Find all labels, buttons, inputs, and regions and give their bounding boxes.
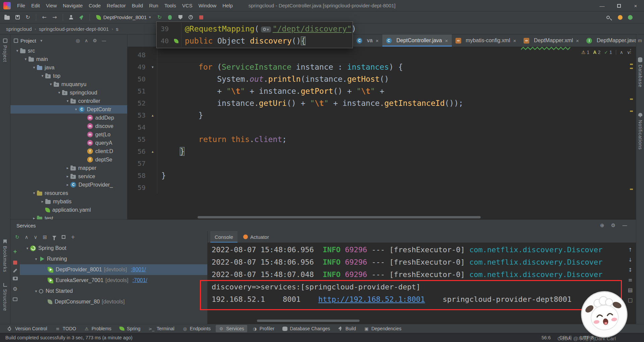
chevron-right-icon[interactable]: ▸ <box>65 174 70 179</box>
scroll-down-icon[interactable]: ↓ <box>628 257 633 263</box>
editor-tab-deptcontroller-java[interactable]: CDeptController.java× <box>382 35 452 47</box>
sync-icon[interactable]: ↻ <box>23 13 32 22</box>
tool-window-button-terminal[interactable]: >_Terminal <box>146 325 177 332</box>
tree-row-deptcontr[interactable]: ▾CDeptContr <box>10 105 127 114</box>
chevron-down-icon[interactable]: ▾ <box>65 99 70 103</box>
update-orange-icon[interactable] <box>618 15 623 20</box>
add-icon[interactable]: + <box>13 248 17 255</box>
tree-row-test[interactable]: ▸test <box>10 214 127 219</box>
tree-row-eurekaserver-7001[interactable]: EurekaServer_7001 [devtools]:7001/ <box>20 275 207 286</box>
spring-bean-icon[interactable] <box>174 39 178 43</box>
tool-window-button-todo[interactable]: ≡TODO <box>52 325 79 332</box>
tree-row-discove[interactable]: mdiscove <box>10 122 127 130</box>
tool-stripe-project[interactable]: Project <box>0 39 10 62</box>
breadcrumb-springcloud[interactable]: springcloud <box>6 26 32 32</box>
tree-row-muquanyu[interactable]: ▾muquanyu <box>10 80 127 88</box>
menu-vcs[interactable]: VCS <box>179 0 196 11</box>
forward-icon[interactable]: → <box>50 13 59 22</box>
tool-stripe-notifications[interactable]: Notifications <box>636 113 644 150</box>
chevron-down-icon[interactable]: ▾ <box>31 191 37 195</box>
chevron-right-icon[interactable]: ▸ <box>65 183 70 187</box>
settings-gear-icon[interactable]: ⚙ <box>93 38 97 43</box>
chevron-down-icon[interactable]: ▾ <box>14 49 20 53</box>
tool-stripe-structure[interactable]: Structure <box>0 283 10 311</box>
next-issue-icon[interactable]: ∨ <box>627 50 630 55</box>
expand-all-icon[interactable]: ∨ <box>34 234 38 240</box>
tool-window-button-version-control[interactable]: Version Control <box>5 325 50 332</box>
menu-navigate[interactable]: Navigate <box>60 0 86 11</box>
tab-close-icon[interactable]: × <box>376 38 379 44</box>
stop-icon[interactable] <box>13 261 17 265</box>
chevron-down-icon[interactable]: ▾ <box>33 257 39 261</box>
fold-end-icon[interactable]: ▴ <box>152 113 154 118</box>
float-mode-icon[interactable]: ⊕ <box>600 222 604 228</box>
tree-row-resources[interactable]: ▾resources <box>10 189 127 197</box>
locate-file-icon[interactable]: ◎ <box>76 38 80 43</box>
tool-window-button-dependencies[interactable]: ▣Dependencies <box>361 325 405 332</box>
tool-window-button-spring[interactable]: Spring <box>116 325 143 332</box>
tree-row-querya[interactable]: mqueryA <box>10 139 127 147</box>
tab-close-icon[interactable]: × <box>513 38 516 44</box>
tool-stripe-maven[interactable]: m <box>636 38 644 43</box>
build-hammer-icon[interactable] <box>77 13 86 22</box>
thread-dump-icon[interactable] <box>13 277 18 280</box>
collapse-all-icon[interactable]: ∧ <box>25 234 29 240</box>
chevron-down-icon[interactable]: ▾ <box>23 57 29 61</box>
service-port-link[interactable]: :8001/ <box>131 267 146 273</box>
chevron-down-icon[interactable]: ▾ <box>24 246 30 251</box>
search-everywhere-icon[interactable] <box>604 13 612 22</box>
tab-actuator[interactable]: Actuator <box>239 231 273 243</box>
tab-close-icon[interactable]: × <box>576 38 579 44</box>
horizontal-scrollbar[interactable] <box>198 216 481 218</box>
menu-view[interactable]: View <box>43 0 60 11</box>
menu-build[interactable]: Build <box>129 0 146 11</box>
tree-row-main[interactable]: ▾main <box>10 55 127 63</box>
tree-row-application-yaml[interactable]: application.yaml <box>10 206 127 214</box>
tool-window-button-problems[interactable]: ⚠Problems <box>81 325 114 332</box>
tree-row-get-lo[interactable]: mget(Lo <box>10 130 127 139</box>
chevron-down-icon[interactable]: ▾ <box>33 289 39 293</box>
tree-row-spring-boot[interactable]: ▾Spring Boot <box>20 243 207 254</box>
tree-row-src[interactable]: ▾src <box>10 47 127 55</box>
stop-icon[interactable] <box>197 13 206 22</box>
run-configuration-select[interactable]: DeptProvider_8001 ▾ <box>94 13 154 22</box>
tab-close-icon[interactable]: × <box>445 38 448 44</box>
editor-tab-mybatis-config-xml[interactable]: <>mybatis-config.xml× <box>452 35 520 47</box>
tool-window-button-database-changes[interactable]: Database Changes <box>279 325 333 332</box>
code-with-me-icon[interactable] <box>67 13 75 22</box>
close-button[interactable]: × <box>627 0 644 11</box>
open-icon[interactable] <box>3 13 11 22</box>
code-viewport[interactable]: 4849▾ for (ServiceInstance instance : in… <box>127 47 636 219</box>
scroll-up-icon[interactable]: ↑ <box>628 247 633 253</box>
status-green-icon[interactable] <box>628 15 633 20</box>
back-icon[interactable]: ← <box>40 13 49 22</box>
tree-row-adddep[interactable]: maddDep <box>10 114 127 122</box>
editor-tab-deptmapper-java[interactable]: IDeptMapper.java▾ <box>583 35 636 47</box>
prev-issue-icon[interactable]: ∧ <box>620 50 623 55</box>
breadcrumb-springcloud-provider-dept-8001[interactable]: springcloud-provider-dept-8001 <box>39 26 109 32</box>
chevron-down-icon[interactable]: ▾ <box>31 65 37 70</box>
menu-code[interactable]: Code <box>86 0 104 11</box>
soft-wrap-icon[interactable]: ↕ <box>628 267 633 273</box>
url-inlay-icon[interactable]: ▾ <box>261 26 271 32</box>
tab-console[interactable]: Console <box>210 231 237 243</box>
minimize-button[interactable]: — <box>594 0 610 11</box>
editor-tab-deptmapper-xml[interactable]: <>DeptMapper.xml× <box>520 35 583 47</box>
caret-position[interactable]: 56:6 <box>542 335 551 340</box>
rerun-icon[interactable]: ↻ <box>15 234 19 240</box>
filter-icon[interactable] <box>52 236 56 238</box>
chevron-down-icon[interactable]: ▾ <box>73 107 79 112</box>
tree-row-not-started[interactable]: ▾Not Started <box>20 286 207 296</box>
settings-gear-icon[interactable]: ⚙ <box>13 286 17 292</box>
save-icon[interactable] <box>13 13 22 22</box>
editor-tab-va[interactable]: Cva× <box>353 35 382 47</box>
chevron-down-icon[interactable]: ▾ <box>39 39 44 43</box>
tree-row-deptprovider[interactable]: ▸CDeptProvider_ <box>10 181 127 189</box>
clear-console-icon[interactable]: □ <box>628 297 633 303</box>
tree-row-client-d[interactable]: fclient:D <box>10 147 127 155</box>
tree-row-running[interactable]: ▾Running <box>20 254 207 264</box>
settings-gear-icon[interactable]: ⚙ <box>611 222 615 228</box>
chevron-down-icon[interactable]: ▾ <box>40 74 45 78</box>
menu-edit[interactable]: Edit <box>28 0 43 11</box>
tool-stripe-database[interactable]: Database <box>636 57 644 87</box>
